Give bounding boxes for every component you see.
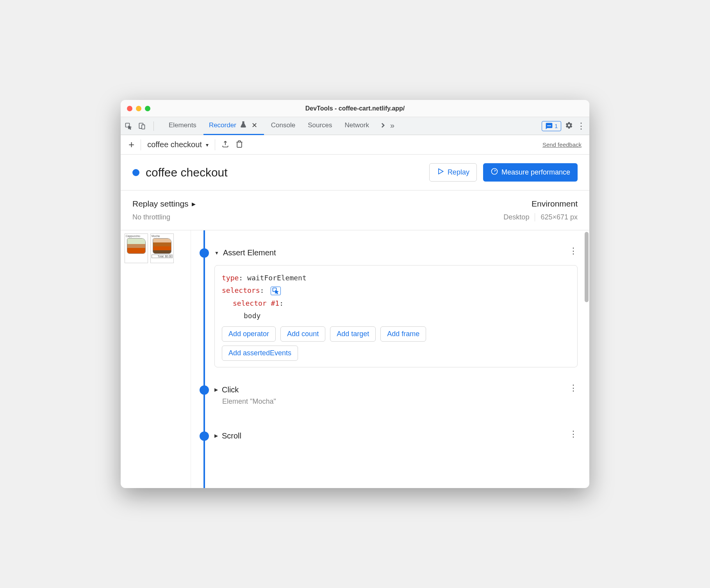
step-dot [200, 248, 209, 258]
step-menu-icon[interactable]: ⋮ [569, 383, 578, 393]
step-title: Scroll [222, 431, 241, 440]
viewport-value: 625×671 px [541, 213, 578, 221]
screenshot-thumbnail[interactable]: Mocha Total: $0.00 [150, 233, 174, 263]
screenshot-thumbnail[interactable]: Cappuccino [125, 233, 148, 263]
tab-recorder[interactable]: Recorder ✕ [203, 117, 264, 135]
separator [141, 139, 141, 150]
separator [153, 121, 154, 131]
step-menu-icon[interactable]: ⋮ [569, 246, 578, 256]
separator [215, 139, 215, 150]
play-icon [437, 167, 444, 177]
add-target-button[interactable]: Add target [330, 326, 376, 342]
tab-elements[interactable]: Elements [163, 117, 202, 135]
settings-section: Replay settings ▶ No throttling Environm… [121, 191, 589, 230]
replay-settings-toggle[interactable]: Replay settings ▶ [132, 199, 196, 208]
chevron-down-icon: ▼ [214, 250, 219, 256]
add-operator-button[interactable]: Add operator [222, 326, 276, 342]
close-tab-icon[interactable]: ✕ [250, 121, 259, 130]
recording-status-dot [132, 169, 139, 176]
step-click-header[interactable]: ▶ Click [214, 383, 589, 397]
chevron-right-icon: ▶ [192, 201, 196, 207]
step-title: Click [222, 385, 239, 394]
devtools-tabbar: Elements Recorder ✕ Console Sources Netw… [121, 117, 589, 135]
chevron-right-icon: ▶ [214, 433, 218, 438]
recording-title: coffee checkout [146, 166, 423, 179]
step-subtitle: Element "Mocha" [222, 397, 589, 406]
chevron-down-icon: ▾ [206, 142, 209, 148]
settings-gear-icon[interactable] [565, 121, 573, 131]
element-picker-icon[interactable] [271, 287, 281, 295]
replay-button[interactable]: Replay [429, 163, 477, 182]
delete-icon[interactable] [235, 140, 243, 150]
svg-rect-2 [142, 125, 145, 129]
tab-sources[interactable]: Sources [302, 117, 337, 135]
throttling-value: No throttling [132, 213, 196, 221]
add-asserted-events-button[interactable]: Add assertedEvents [222, 346, 298, 361]
add-frame-button[interactable]: Add frame [380, 326, 426, 342]
steps-panel[interactable]: ⋮ ▼ Assert Element type: waitForElement … [191, 230, 589, 488]
add-count-button[interactable]: Add count [280, 326, 325, 342]
step-detail-box: type: waitForElement selectors: selector… [214, 265, 578, 367]
inspect-element-icon[interactable] [125, 122, 132, 130]
export-icon[interactable] [221, 140, 229, 150]
scrollbar-thumb[interactable] [585, 232, 589, 302]
step-title: Assert Element [223, 248, 276, 257]
send-feedback-link[interactable]: Send feedback [542, 141, 582, 148]
more-tabs-icon[interactable]: » [376, 117, 398, 135]
recording-header: coffee checkout Replay Measure performan… [121, 155, 589, 191]
timeline: Cappuccino Mocha Total: $0.00 ⋮ ▼ Assert… [121, 230, 589, 488]
recording-name: coffee checkout [147, 140, 202, 149]
tab-console[interactable]: Console [266, 117, 301, 135]
minimize-window-icon[interactable] [136, 106, 141, 111]
window-title: DevTools - coffee-cart.netlify.app/ [305, 105, 405, 112]
more-menu-icon[interactable]: ⋮ [577, 121, 585, 131]
environment-label: Environment [503, 199, 578, 208]
chevron-right-icon: ▶ [214, 387, 218, 392]
new-recording-icon[interactable]: + [128, 139, 134, 151]
recording-selector[interactable]: coffee checkout ▾ [147, 140, 209, 149]
issues-badge[interactable]: 1 [542, 121, 561, 131]
step-scroll-header[interactable]: ▶ Scroll [214, 429, 589, 443]
device-value: Desktop [503, 213, 535, 221]
device-toggle-icon[interactable] [138, 122, 146, 130]
maximize-window-icon[interactable] [145, 106, 150, 111]
selector-value[interactable]: body [244, 312, 260, 320]
flask-icon [239, 121, 247, 130]
close-window-icon[interactable] [127, 106, 132, 111]
measure-performance-button[interactable]: Measure performance [483, 163, 578, 182]
step-menu-icon[interactable]: ⋮ [569, 429, 578, 439]
window-titlebar: DevTools - coffee-cart.netlify.app/ [121, 100, 589, 117]
recorder-toolbar: + coffee checkout ▾ Send feedback [121, 135, 589, 155]
tab-network[interactable]: Network [339, 117, 375, 135]
speedometer-icon [491, 167, 498, 177]
step-assert-header[interactable]: ▼ Assert Element [214, 246, 589, 260]
step-dot [200, 385, 209, 395]
screenshot-strip: Cappuccino Mocha Total: $0.00 [121, 230, 191, 488]
step-dot [200, 431, 209, 441]
